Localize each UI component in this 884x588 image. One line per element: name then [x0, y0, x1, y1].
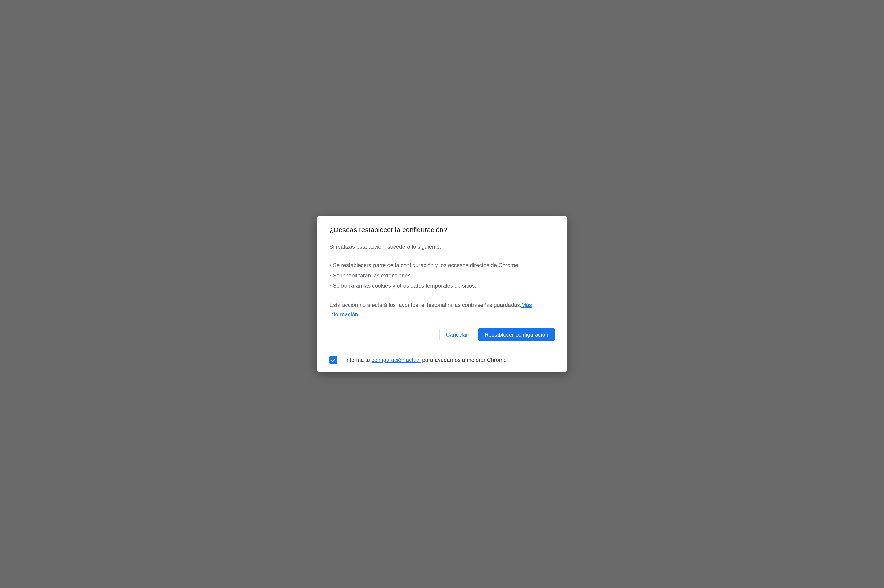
report-row: Informa tu configuración actual para ayu…: [317, 349, 567, 372]
dialog-bullets: • Se restablecerá parte de la configurac…: [329, 260, 555, 291]
bullet-text: Se borrarán las cookies y otros datos te…: [333, 282, 476, 289]
reset-settings-dialog: ¿Deseas restablecer la configuración? Si…: [317, 216, 567, 372]
bullet-item: • Se restablecerá parte de la configurac…: [329, 260, 555, 270]
bullet-text: Se restablecerá parte de la configuració…: [333, 262, 520, 268]
dialog-content: ¿Deseas restablecer la configuración? Si…: [317, 216, 567, 349]
report-label: Informa tu configuración actual para ayu…: [345, 357, 507, 363]
dialog-intro: Si realizas esta acción, sucederá lo sig…: [329, 243, 555, 251]
bullet-item: • Se inhabilitarán las extensiones.: [329, 270, 555, 280]
bullet-item: • Se borrarán las cookies y otros datos …: [329, 280, 555, 291]
check-icon: [331, 357, 336, 363]
dialog-buttons: Cancelar Restablecer configuración: [329, 328, 555, 341]
report-text-after: para ayudarnos a mejorar Chrome: [421, 357, 507, 363]
report-checkbox[interactable]: [329, 356, 337, 364]
report-text-before: Informa tu: [345, 357, 371, 363]
dialog-note: Esta acción no afectará los favoritos, e…: [329, 300, 555, 319]
current-settings-link[interactable]: configuración actual: [371, 357, 421, 363]
note-text: Esta acción no afectará los favoritos, e…: [329, 302, 522, 308]
reset-settings-button[interactable]: Restablecer configuración: [478, 328, 555, 341]
cancel-button[interactable]: Cancelar: [439, 328, 474, 341]
bullet-text: Se inhabilitarán las extensiones.: [333, 272, 412, 279]
dialog-title: ¿Deseas restablecer la configuración?: [329, 226, 555, 234]
